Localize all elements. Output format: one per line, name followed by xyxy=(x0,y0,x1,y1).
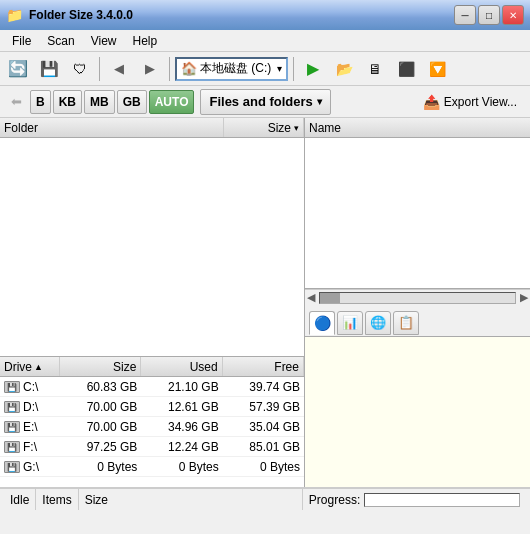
files-folders-label: Files and folders xyxy=(209,94,312,109)
folder-table: Folder Size ▾ xyxy=(0,118,304,357)
drive-size-cell: 60.83 GB xyxy=(60,380,141,394)
dropdown-arrow-icon: ▾ xyxy=(277,63,282,74)
drive-used-cell: 12.61 GB xyxy=(141,400,222,414)
chart-tab-pie[interactable]: 🔵 xyxy=(309,311,335,335)
drive-table-row[interactable]: 💾 C:\ 60.83 GB 21.10 GB 39.74 GB xyxy=(0,377,304,397)
drive-free-cell: 57.39 GB xyxy=(223,400,304,414)
drive-free-cell: 35.04 GB xyxy=(223,420,304,434)
drive-dropdown[interactable]: 🏠 本地磁盘 (C:) ▾ xyxy=(175,57,288,81)
drive-size-cell: 70.00 GB xyxy=(60,400,141,414)
files-folders-button[interactable]: Files and folders ▾ xyxy=(200,89,330,115)
drive-flag-icon: 🏠 xyxy=(181,61,197,76)
drive-table-row[interactable]: 💾 E:\ 70.00 GB 34.96 GB 35.04 GB xyxy=(0,417,304,437)
status-items: Items xyxy=(36,489,78,510)
separator2 xyxy=(169,57,170,81)
app-icon: 📁 xyxy=(6,7,23,23)
state-label: Idle xyxy=(10,493,29,507)
drive-icon: 💾 xyxy=(4,401,20,413)
shield-button[interactable]: 🛡 xyxy=(66,56,94,82)
drive-column-header[interactable]: Drive ▲ xyxy=(0,357,60,376)
status-state: Idle xyxy=(4,489,36,510)
left-pane: Folder Size ▾ Drive ▲ Size Used xyxy=(0,118,305,487)
status-bar: Idle Items Size Progress: xyxy=(0,488,530,510)
chart-tab-list[interactable]: 📋 xyxy=(393,311,419,335)
chart-tab-globe[interactable]: 🌐 xyxy=(365,311,391,335)
drive-name: F:\ xyxy=(23,440,37,454)
name-area[interactable] xyxy=(305,138,530,289)
dfree-column-header[interactable]: Free xyxy=(223,357,304,376)
kb-button[interactable]: KB xyxy=(53,90,82,114)
save-button[interactable]: 💾 xyxy=(35,56,63,82)
nav-back-button[interactable]: ⬅ xyxy=(4,90,28,114)
computer-button[interactable]: 🖥 xyxy=(361,56,389,82)
folder-column-header[interactable]: Folder xyxy=(0,118,224,137)
drive-cell: 💾 F:\ xyxy=(0,440,60,454)
horizontal-scrollbar[interactable]: ◀ ▶ xyxy=(305,289,530,305)
menu-bar: File Scan View Help xyxy=(0,30,530,52)
menu-scan[interactable]: Scan xyxy=(39,32,82,50)
drive-name: D:\ xyxy=(23,400,38,414)
toolbar2: ⬅ B KB MB GB AUTO Files and folders ▾ 📤 … xyxy=(0,86,530,118)
status-size: Size xyxy=(79,489,303,510)
right-pane-header: Name xyxy=(305,118,530,138)
chart-tabs: 🔵 📊 🌐 📋 xyxy=(305,305,530,337)
scroll-left-arrow[interactable]: ◀ xyxy=(305,291,317,304)
drive-sort-arrow-icon: ▲ xyxy=(34,362,43,372)
progress-label: Progress: xyxy=(309,493,360,507)
auto-button[interactable]: AUTO xyxy=(149,90,195,114)
options-button[interactable]: ⬛ xyxy=(392,56,420,82)
refresh-button[interactable]: 🔄 xyxy=(4,56,32,82)
window-title: Folder Size 3.4.0.0 xyxy=(29,8,133,22)
back-button[interactable]: ◀ xyxy=(105,56,133,82)
export-button[interactable]: 📤 Export View... xyxy=(414,89,526,115)
close-button[interactable]: ✕ xyxy=(502,5,524,25)
drive-icon: 💾 xyxy=(4,381,20,393)
drive-rows: 💾 C:\ 60.83 GB 21.10 GB 39.74 GB 💾 D:\ 7… xyxy=(0,377,304,487)
dused-column-header[interactable]: Used xyxy=(141,357,222,376)
drive-used-cell: 0 Bytes xyxy=(141,460,222,474)
dsize-column-header[interactable]: Size xyxy=(60,357,141,376)
files-folders-arrow-icon: ▾ xyxy=(317,96,322,107)
menu-help[interactable]: Help xyxy=(125,32,166,50)
right-content: ◀ ▶ 🔵 📊 🌐 📋 xyxy=(305,138,530,487)
scroll-right-arrow[interactable]: ▶ xyxy=(518,291,530,304)
drive-table-header: Drive ▲ Size Used Free xyxy=(0,357,304,377)
filter-button[interactable]: 🔽 xyxy=(423,56,451,82)
main-area: Folder Size ▾ Drive ▲ Size Used xyxy=(0,118,530,488)
drive-table-row[interactable]: 💾 G:\ 0 Bytes 0 Bytes 0 Bytes xyxy=(0,457,304,477)
drive-table-row[interactable]: 💾 F:\ 97.25 GB 12.24 GB 85.01 GB xyxy=(0,437,304,457)
drive-icon: 💾 xyxy=(4,421,20,433)
size-column-header[interactable]: Size ▾ xyxy=(224,118,304,137)
b-button[interactable]: B xyxy=(30,90,51,114)
drive-used-cell: 34.96 GB xyxy=(141,420,222,434)
play-button[interactable]: ▶ xyxy=(299,56,327,82)
scrollbar-track[interactable] xyxy=(319,292,516,304)
maximize-button[interactable]: □ xyxy=(478,5,500,25)
menu-view[interactable]: View xyxy=(83,32,125,50)
folder-rows[interactable] xyxy=(0,138,304,356)
drive-free-cell: 0 Bytes xyxy=(223,460,304,474)
drive-icon: 💾 xyxy=(4,461,20,473)
export-label: Export View... xyxy=(444,95,517,109)
folder-open-button[interactable]: 📂 xyxy=(330,56,358,82)
drive-name: E:\ xyxy=(23,420,38,434)
title-bar: 📁 Folder Size 3.4.0.0 ─ □ ✕ xyxy=(0,0,530,30)
drive-table-row[interactable]: 💾 D:\ 70.00 GB 12.61 GB 57.39 GB xyxy=(0,397,304,417)
drive-size-cell: 97.25 GB xyxy=(60,440,141,454)
minimize-button[interactable]: ─ xyxy=(454,5,476,25)
gb-button[interactable]: GB xyxy=(117,90,147,114)
folder-table-header: Folder Size ▾ xyxy=(0,118,304,138)
drive-cell: 💾 D:\ xyxy=(0,400,60,414)
items-label: Items xyxy=(42,493,71,507)
chart-tab-bar[interactable]: 📊 xyxy=(337,311,363,335)
size-label: Size xyxy=(85,493,108,507)
forward-button[interactable]: ▶ xyxy=(136,56,164,82)
size-sort-arrow-icon: ▾ xyxy=(294,123,299,133)
drive-cell: 💾 C:\ xyxy=(0,380,60,394)
scrollbar-thumb[interactable] xyxy=(320,293,340,303)
export-icon: 📤 xyxy=(423,94,440,110)
mb-button[interactable]: MB xyxy=(84,90,115,114)
separator1 xyxy=(99,57,100,81)
name-column-header: Name xyxy=(309,121,341,135)
menu-file[interactable]: File xyxy=(4,32,39,50)
